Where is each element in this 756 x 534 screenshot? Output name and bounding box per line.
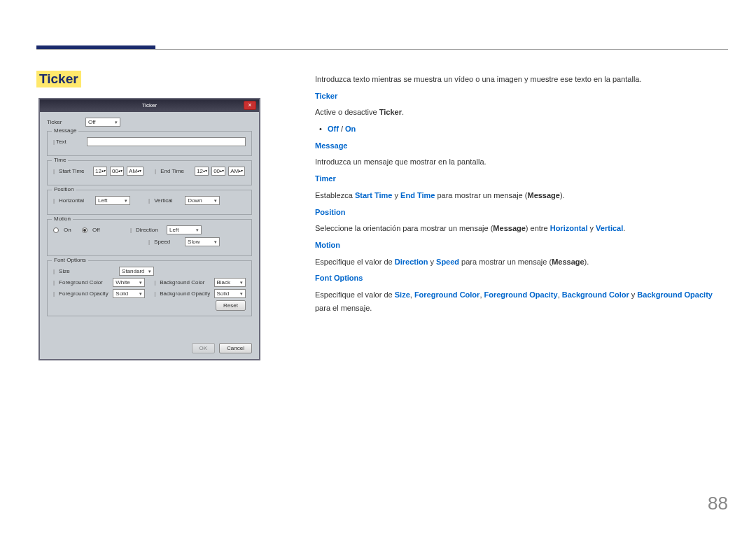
dialog-titlebar: Ticker × (40, 99, 259, 112)
message-desc: Introduzca un mensaje que mostrar en la … (315, 155, 728, 169)
position-desc: Seleccione la orientación para mostrar u… (315, 222, 728, 235)
font-options-subhead: Font Options (315, 274, 363, 282)
bgcolor-select[interactable]: Black▾ (214, 278, 246, 287)
off-on-bullet: Off / On (315, 122, 728, 136)
pipe-icon: | (154, 290, 155, 297)
message-fieldset: Message | Text (47, 131, 252, 156)
chevron-down-icon: ▾ (240, 279, 243, 286)
close-icon: × (248, 101, 251, 108)
motion-fieldset: Motion On Off | Direction Left▾ | Speed … (47, 219, 252, 256)
spinner-icon: ▴▾ (118, 167, 122, 175)
spinner-icon: ▴▾ (137, 167, 141, 175)
pipe-icon: | (53, 168, 55, 174)
pipe-icon: | (155, 168, 156, 174)
fgopacity-select[interactable]: Solid▾ (113, 289, 145, 298)
chevron-down-icon: ▾ (214, 197, 217, 204)
chevron-down-icon: ▾ (139, 279, 142, 286)
ok-button[interactable]: OK (192, 343, 216, 353)
spinner-icon: ▴▾ (220, 167, 224, 175)
dialog-title: Ticker (142, 102, 157, 108)
chevron-down-icon: ▾ (125, 197, 127, 204)
start-time-label: Start Time (59, 168, 90, 174)
end-time-label: End Time (160, 168, 192, 174)
motion-on-radio[interactable] (53, 227, 59, 233)
message-text-input[interactable] (87, 137, 246, 146)
motion-off-label: Off (92, 227, 127, 233)
pipe-icon: | (53, 290, 55, 297)
horizontal-label: Horizontal (59, 197, 92, 204)
ticker-subhead: Ticker (315, 92, 337, 100)
section-heading: Ticker (36, 71, 81, 87)
motion-on-label: On (64, 227, 79, 233)
size-label: Size (59, 268, 116, 274)
font-options-fieldset: Font Options | Size Standard▾ | Foregrou… (47, 260, 252, 316)
time-fieldset: Time | Start Time 12▴▾ 00▴▾ AM▴▾ | End T… (47, 160, 252, 185)
end-min-spinner[interactable]: 00▴▾ (211, 167, 225, 176)
ticker-value: Off (88, 118, 96, 126)
start-ampm-spinner[interactable]: AM▴▾ (127, 167, 144, 176)
spinner-icon: ▴▾ (239, 167, 243, 175)
end-ampm-spinner[interactable]: AM▴▾ (228, 167, 245, 176)
fgcolor-label: Foreground Color (59, 279, 110, 286)
fgcolor-select[interactable]: White▾ (113, 278, 145, 287)
pipe-icon: | (53, 279, 55, 286)
direction-label: Direction (136, 227, 164, 233)
position-fieldset: Position | Horizontal Left▾ | Vertical D… (47, 190, 252, 215)
chevron-down-icon: ▾ (115, 118, 118, 126)
direction-select[interactable]: Left▾ (167, 225, 202, 234)
chevron-down-icon: ▾ (196, 226, 199, 234)
vertical-label: Vertical (154, 197, 182, 204)
reset-button[interactable]: Reset (216, 300, 246, 311)
intro-text: Introduzca texto mientras se muestra un … (315, 73, 728, 86)
pipe-icon: | (154, 279, 155, 286)
bgcolor-label: Background Color (160, 279, 211, 286)
cancel-button[interactable]: Cancel (219, 343, 252, 353)
page-number: 88 (708, 493, 728, 514)
size-select[interactable]: Standard▾ (119, 267, 154, 276)
start-hour-spinner[interactable]: 12▴▾ (93, 167, 107, 176)
fgopacity-label: Foreground Opacity (59, 290, 110, 297)
pipe-icon: | (53, 197, 55, 204)
end-hour-spinner[interactable]: 12▴▾ (195, 167, 209, 176)
pipe-icon: | (53, 139, 55, 145)
start-min-spinner[interactable]: 00▴▾ (110, 167, 124, 176)
font-options-desc: Especifique el valor de Size, Foreground… (315, 288, 728, 314)
ticker-desc: Active o desactive Ticker. (315, 106, 728, 119)
font-options-legend: Font Options (52, 257, 88, 263)
speed-label: Speed (154, 239, 182, 245)
chevron-down-icon: ▾ (240, 290, 243, 297)
spinner-icon: ▴▾ (102, 167, 106, 175)
timer-desc: Establezca Start Time y End Time para mo… (315, 189, 728, 202)
chevron-down-icon: ▾ (214, 238, 217, 246)
bgopacity-label: Background Opacity (160, 290, 211, 297)
speed-select[interactable]: Slow▾ (185, 237, 220, 246)
pipe-icon: | (53, 268, 55, 274)
position-legend: Position (52, 186, 76, 192)
motion-off-radio[interactable] (82, 227, 88, 233)
position-subhead: Position (315, 208, 345, 216)
timer-subhead: Timer (315, 174, 336, 183)
message-text-label: Text (56, 139, 87, 145)
ticker-dialog: Ticker × Ticker Off ▾ Message | Text Tim… (38, 98, 260, 360)
horizontal-select[interactable]: Left▾ (95, 196, 130, 205)
pipe-icon: | (130, 227, 132, 233)
ticker-label: Ticker (47, 119, 85, 125)
message-subhead: Message (315, 141, 347, 150)
pipe-icon: | (148, 197, 150, 204)
time-legend: Time (52, 157, 68, 163)
close-button[interactable]: × (244, 101, 256, 110)
vertical-select[interactable]: Down▾ (185, 196, 220, 205)
spinner-icon: ▴▾ (203, 167, 207, 175)
motion-legend: Motion (52, 216, 73, 222)
description-column: Introduzca texto mientras se muestra un … (315, 73, 728, 318)
chevron-down-icon: ▾ (148, 267, 151, 275)
ticker-select[interactable]: Off ▾ (85, 118, 120, 127)
chevron-down-icon: ▾ (139, 290, 142, 297)
motion-subhead: Motion (315, 241, 340, 249)
header-rule (36, 49, 728, 50)
pipe-icon: | (148, 239, 150, 245)
bgopacity-select[interactable]: Solid▾ (214, 289, 246, 298)
motion-desc: Especifique el valor de Direction y Spee… (315, 255, 728, 269)
message-legend: Message (52, 127, 78, 134)
